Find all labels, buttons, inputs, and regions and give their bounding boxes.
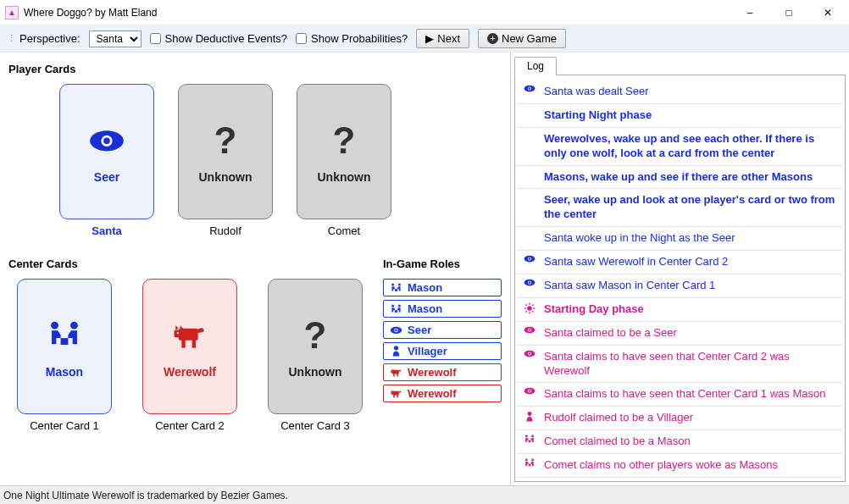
log-entry: Seer, wake up and look at one player's c…	[517, 189, 843, 227]
show-probabilities-input[interactable]	[296, 33, 307, 44]
svg-point-39	[529, 281, 530, 283]
log-text: Rudolf claimed to be a Villager	[544, 411, 836, 425]
svg-point-36	[529, 258, 530, 259]
card-wrap: Mason Center Card 1	[17, 279, 112, 432]
card-owner: Rudolf	[209, 224, 241, 237]
svg-rect-5	[61, 339, 69, 346]
eye-icon	[524, 326, 537, 334]
role-label: Seer	[408, 324, 431, 336]
perspective-label: Perspective:	[19, 32, 80, 45]
game-card[interactable]: Werewolf	[142, 279, 237, 414]
mason-icon	[46, 314, 83, 357]
game-card[interactable]: Mason	[17, 279, 112, 414]
app-icon: ▲	[5, 6, 19, 19]
villager-icon	[390, 345, 402, 357]
role-label: Mason	[408, 302, 442, 315]
svg-point-10	[177, 332, 179, 334]
card-role: Seer	[94, 170, 119, 184]
eye-icon	[524, 387, 537, 395]
toolbar: ⋮ Perspective: Santa Show Deductive Even…	[0, 25, 849, 53]
svg-point-57	[529, 390, 530, 392]
svg-point-63	[531, 459, 534, 462]
moon-icon	[524, 193, 537, 205]
role-chip: Werewolf	[383, 385, 502, 402]
show-deductive-checkbox[interactable]: Show Deductive Events?	[150, 32, 288, 45]
role-chip: Villager	[383, 342, 502, 360]
role-chip: Seer	[383, 321, 502, 339]
player-cards-heading: Player Cards	[8, 63, 502, 75]
log-entry: Werewolves, wake up and see each other. …	[517, 128, 843, 166]
sun-icon	[524, 302, 537, 314]
log-entry: Santa claims to have seen that Center Ca…	[517, 346, 843, 384]
log-text: Comet claims no other players woke as Ma…	[544, 458, 836, 473]
card-role: Werewolf	[164, 365, 216, 379]
perspective-select[interactable]: Santa	[89, 30, 142, 47]
svg-rect-23	[393, 374, 395, 377]
log-entry: Starting Day phase	[517, 298, 843, 322]
game-card[interactable]: ? Unknown	[178, 84, 273, 219]
game-card[interactable]: ? Unknown	[297, 84, 391, 219]
log-text: Starting Day phase	[544, 302, 836, 317]
svg-point-19	[395, 329, 397, 331]
log-list[interactable]: Santa was dealt Seer Starting Night phas…	[514, 75, 846, 482]
card-role: Mason	[46, 365, 83, 379]
game-card[interactable]: ? Unknown	[268, 279, 363, 414]
svg-line-47	[525, 311, 526, 312]
eye-icon	[88, 119, 125, 162]
svg-rect-9	[192, 339, 196, 348]
log-entry: Santa saw Mason in Center Card 1	[517, 274, 843, 298]
log-entry: Masons, wake up and see if there are oth…	[517, 166, 843, 190]
new-game-button[interactable]: + New Game	[478, 29, 566, 48]
svg-line-45	[525, 304, 526, 305]
next-button[interactable]: ▶ Next	[416, 29, 469, 48]
role-label: Villager	[408, 345, 447, 357]
villager-icon	[524, 411, 537, 423]
svg-point-25	[391, 371, 392, 372]
question-icon: ?	[333, 119, 356, 162]
svg-rect-28	[393, 395, 395, 398]
show-deductive-input[interactable]	[150, 33, 161, 44]
eye-icon	[390, 326, 402, 335]
main-panel: Player Cards Seer Santa ? Unknown Rudolf…	[0, 53, 510, 485]
role-label: Mason	[408, 281, 442, 294]
svg-point-40	[527, 306, 532, 311]
mason-icon	[390, 283, 402, 293]
svg-point-60	[531, 435, 534, 438]
svg-point-11	[391, 283, 394, 285]
svg-rect-61	[529, 440, 531, 443]
log-text: Santa saw Mason in Center Card 1	[544, 279, 836, 293]
card-role: Unknown	[289, 365, 342, 379]
svg-point-4	[70, 322, 78, 330]
log-text: Santa claimed to be a Seer	[544, 326, 836, 341]
role-label: Werewolf	[408, 387, 457, 400]
minimize-button[interactable]: –	[730, 0, 769, 25]
plus-circle-icon: +	[487, 33, 498, 44]
log-entry: Comet claims no other players woke as Ma…	[517, 454, 843, 478]
card-owner: Santa	[92, 224, 121, 237]
svg-point-58	[528, 412, 532, 416]
svg-rect-64	[529, 464, 531, 467]
svg-point-33	[529, 87, 530, 89]
log-entry: Starting Night phase	[517, 104, 843, 128]
maximize-button[interactable]: □	[769, 0, 808, 25]
show-probabilities-checkbox[interactable]: Show Probabilities?	[296, 32, 408, 45]
svg-rect-13	[395, 289, 397, 291]
tab-log[interactable]: Log	[514, 57, 557, 75]
card-role: Unknown	[318, 170, 371, 184]
card-wrap: ? Unknown Comet	[297, 84, 391, 237]
svg-point-14	[391, 304, 394, 307]
mason-icon	[524, 435, 537, 444]
log-entry: Rudolf claimed to be a Villager	[517, 407, 843, 430]
log-text: Comet claimed to be a Mason	[544, 435, 836, 449]
role-chip: Mason	[383, 300, 502, 318]
card-role: Unknown	[199, 170, 252, 184]
log-text: Santa claims to have seen that Center Ca…	[544, 350, 836, 379]
game-card[interactable]: Seer	[59, 84, 154, 219]
close-button[interactable]: ✕	[808, 0, 847, 25]
wolf-icon	[390, 388, 402, 399]
card-owner: Comet	[328, 224, 360, 237]
log-text: Werewolves, wake up and see each other. …	[544, 132, 836, 161]
svg-point-3	[51, 322, 58, 330]
footer-text: One Night Ultimate Werewolf is trademark…	[0, 485, 849, 504]
eye-icon	[524, 279, 537, 286]
